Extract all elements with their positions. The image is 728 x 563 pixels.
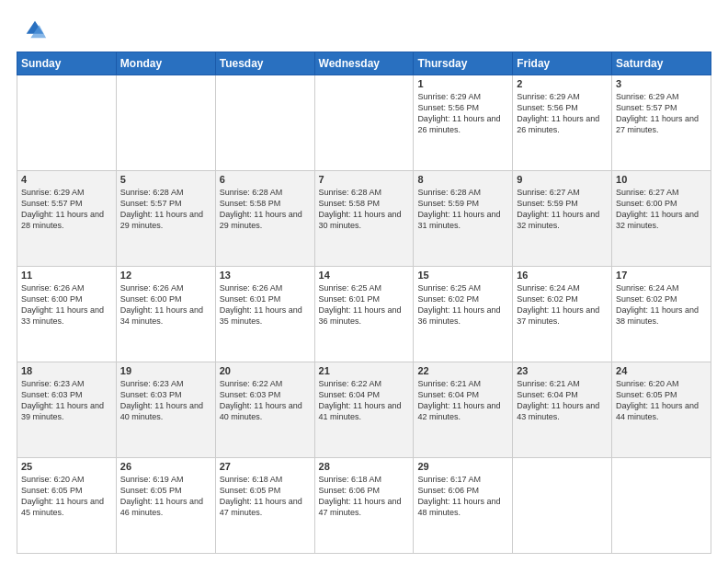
calendar-cell [314, 75, 414, 171]
day-number: 24 [616, 365, 707, 376]
calendar-cell: 20Sunrise: 6:22 AM Sunset: 6:03 PM Dayli… [215, 362, 314, 458]
day-info: Sunrise: 6:27 AM Sunset: 5:59 PM Dayligh… [517, 187, 608, 232]
day-number: 26 [120, 461, 211, 472]
day-info: Sunrise: 6:28 AM Sunset: 5:59 PM Dayligh… [417, 187, 508, 232]
day-number: 11 [21, 270, 112, 281]
calendar-cell: 2Sunrise: 6:29 AM Sunset: 5:56 PM Daylig… [513, 75, 612, 171]
day-info: Sunrise: 6:25 AM Sunset: 6:02 PM Dayligh… [417, 282, 508, 327]
week-row-5: 25Sunrise: 6:20 AM Sunset: 6:05 PM Dayli… [17, 458, 711, 554]
day-info: Sunrise: 6:29 AM Sunset: 5:57 PM Dayligh… [616, 91, 707, 136]
week-row-2: 4Sunrise: 6:29 AM Sunset: 5:57 PM Daylig… [17, 171, 711, 267]
day-info: Sunrise: 6:18 AM Sunset: 6:05 PM Dayligh… [220, 474, 311, 519]
day-info: Sunrise: 6:19 AM Sunset: 6:05 PM Dayligh… [120, 474, 211, 519]
calendar-cell: 22Sunrise: 6:21 AM Sunset: 6:04 PM Dayli… [414, 362, 513, 458]
day-info: Sunrise: 6:21 AM Sunset: 6:04 PM Dayligh… [517, 378, 608, 423]
day-info: Sunrise: 6:26 AM Sunset: 6:01 PM Dayligh… [220, 282, 311, 327]
week-row-4: 18Sunrise: 6:23 AM Sunset: 6:03 PM Dayli… [17, 362, 711, 458]
day-info: Sunrise: 6:25 AM Sunset: 6:01 PM Dayligh… [319, 282, 410, 327]
day-info: Sunrise: 6:29 AM Sunset: 5:56 PM Dayligh… [417, 91, 508, 136]
calendar-cell: 13Sunrise: 6:26 AM Sunset: 6:01 PM Dayli… [215, 267, 314, 362]
calendar-cell: 18Sunrise: 6:23 AM Sunset: 6:03 PM Dayli… [17, 362, 117, 458]
calendar-cell: 6Sunrise: 6:28 AM Sunset: 5:58 PM Daylig… [215, 171, 314, 267]
day-info: Sunrise: 6:23 AM Sunset: 6:03 PM Dayligh… [120, 378, 211, 423]
day-number: 16 [517, 270, 608, 281]
calendar-cell: 8Sunrise: 6:28 AM Sunset: 5:59 PM Daylig… [414, 171, 513, 267]
weekday-header-wednesday: Wednesday [314, 52, 414, 75]
day-info: Sunrise: 6:20 AM Sunset: 6:05 PM Dayligh… [21, 474, 112, 519]
calendar-cell: 25Sunrise: 6:20 AM Sunset: 6:05 PM Dayli… [17, 458, 117, 554]
day-info: Sunrise: 6:23 AM Sunset: 6:03 PM Dayligh… [21, 378, 112, 423]
calendar-cell: 7Sunrise: 6:28 AM Sunset: 5:58 PM Daylig… [314, 171, 414, 267]
day-number: 1 [417, 78, 508, 89]
weekday-header-sunday: Sunday [17, 52, 117, 75]
day-info: Sunrise: 6:26 AM Sunset: 6:00 PM Dayligh… [21, 282, 112, 327]
day-info: Sunrise: 6:27 AM Sunset: 6:00 PM Dayligh… [616, 187, 707, 232]
calendar-cell: 23Sunrise: 6:21 AM Sunset: 6:04 PM Dayli… [513, 362, 612, 458]
day-info: Sunrise: 6:29 AM Sunset: 5:56 PM Dayligh… [517, 91, 608, 136]
day-info: Sunrise: 6:28 AM Sunset: 5:58 PM Dayligh… [319, 187, 410, 232]
calendar-cell: 11Sunrise: 6:26 AM Sunset: 6:00 PM Dayli… [17, 267, 117, 362]
day-info: Sunrise: 6:29 AM Sunset: 5:57 PM Dayligh… [21, 187, 112, 232]
day-info: Sunrise: 6:28 AM Sunset: 5:58 PM Dayligh… [220, 187, 311, 232]
logo-icon [22, 17, 48, 42]
calendar-cell: 14Sunrise: 6:25 AM Sunset: 6:01 PM Dayli… [314, 267, 414, 362]
day-number: 19 [120, 365, 211, 376]
day-number: 6 [220, 174, 311, 185]
calendar-cell: 17Sunrise: 6:24 AM Sunset: 6:02 PM Dayli… [612, 267, 711, 362]
calendar-cell: 15Sunrise: 6:25 AM Sunset: 6:02 PM Dayli… [414, 267, 513, 362]
weekday-header-monday: Monday [116, 52, 215, 75]
logo [17, 17, 48, 42]
calendar-cell: 19Sunrise: 6:23 AM Sunset: 6:03 PM Dayli… [116, 362, 215, 458]
day-number: 7 [319, 174, 410, 185]
calendar-cell: 9Sunrise: 6:27 AM Sunset: 5:59 PM Daylig… [513, 171, 612, 267]
calendar-cell: 10Sunrise: 6:27 AM Sunset: 6:00 PM Dayli… [612, 171, 711, 267]
weekday-header-thursday: Thursday [414, 52, 513, 75]
calendar-cell: 1Sunrise: 6:29 AM Sunset: 5:56 PM Daylig… [414, 75, 513, 171]
day-number: 13 [220, 270, 311, 281]
calendar-cell [513, 458, 612, 554]
calendar-cell [116, 75, 215, 171]
calendar-cell [17, 75, 117, 171]
day-info: Sunrise: 6:20 AM Sunset: 6:05 PM Dayligh… [616, 378, 707, 423]
calendar-cell: 16Sunrise: 6:24 AM Sunset: 6:02 PM Dayli… [513, 267, 612, 362]
day-info: Sunrise: 6:21 AM Sunset: 6:04 PM Dayligh… [417, 378, 508, 423]
day-number: 29 [417, 461, 508, 472]
day-number: 3 [616, 78, 707, 89]
day-info: Sunrise: 6:26 AM Sunset: 6:00 PM Dayligh… [120, 282, 211, 327]
calendar-cell: 21Sunrise: 6:22 AM Sunset: 6:04 PM Dayli… [314, 362, 414, 458]
calendar-cell: 4Sunrise: 6:29 AM Sunset: 5:57 PM Daylig… [17, 171, 117, 267]
day-number: 23 [517, 365, 608, 376]
calendar-cell: 27Sunrise: 6:18 AM Sunset: 6:05 PM Dayli… [215, 458, 314, 554]
day-number: 4 [21, 174, 112, 185]
calendar-cell: 26Sunrise: 6:19 AM Sunset: 6:05 PM Dayli… [116, 458, 215, 554]
calendar-cell: 5Sunrise: 6:28 AM Sunset: 5:57 PM Daylig… [116, 171, 215, 267]
day-number: 2 [517, 78, 608, 89]
day-number: 14 [319, 270, 410, 281]
calendar-cell: 29Sunrise: 6:17 AM Sunset: 6:06 PM Dayli… [414, 458, 513, 554]
day-number: 12 [120, 270, 211, 281]
day-info: Sunrise: 6:24 AM Sunset: 6:02 PM Dayligh… [517, 282, 608, 327]
calendar-cell [215, 75, 314, 171]
weekday-header-saturday: Saturday [612, 52, 711, 75]
calendar-cell: 3Sunrise: 6:29 AM Sunset: 5:57 PM Daylig… [612, 75, 711, 171]
weekday-header-tuesday: Tuesday [215, 52, 314, 75]
calendar-table: SundayMondayTuesdayWednesdayThursdayFrid… [17, 52, 711, 554]
day-number: 25 [21, 461, 112, 472]
calendar-cell [612, 458, 711, 554]
day-info: Sunrise: 6:24 AM Sunset: 6:02 PM Dayligh… [616, 282, 707, 327]
day-number: 28 [319, 461, 410, 472]
day-number: 17 [616, 270, 707, 281]
day-info: Sunrise: 6:18 AM Sunset: 6:06 PM Dayligh… [319, 474, 410, 519]
page: SundayMondayTuesdayWednesdayThursdayFrid… [0, 0, 728, 563]
weekday-header-row: SundayMondayTuesdayWednesdayThursdayFrid… [17, 52, 711, 75]
day-number: 5 [120, 174, 211, 185]
day-number: 22 [417, 365, 508, 376]
day-info: Sunrise: 6:28 AM Sunset: 5:57 PM Dayligh… [120, 187, 211, 232]
header [17, 17, 711, 42]
day-number: 20 [220, 365, 311, 376]
day-info: Sunrise: 6:17 AM Sunset: 6:06 PM Dayligh… [417, 474, 508, 519]
calendar-cell: 24Sunrise: 6:20 AM Sunset: 6:05 PM Dayli… [612, 362, 711, 458]
calendar-cell: 28Sunrise: 6:18 AM Sunset: 6:06 PM Dayli… [314, 458, 414, 554]
day-info: Sunrise: 6:22 AM Sunset: 6:03 PM Dayligh… [220, 378, 311, 423]
week-row-1: 1Sunrise: 6:29 AM Sunset: 5:56 PM Daylig… [17, 75, 711, 171]
